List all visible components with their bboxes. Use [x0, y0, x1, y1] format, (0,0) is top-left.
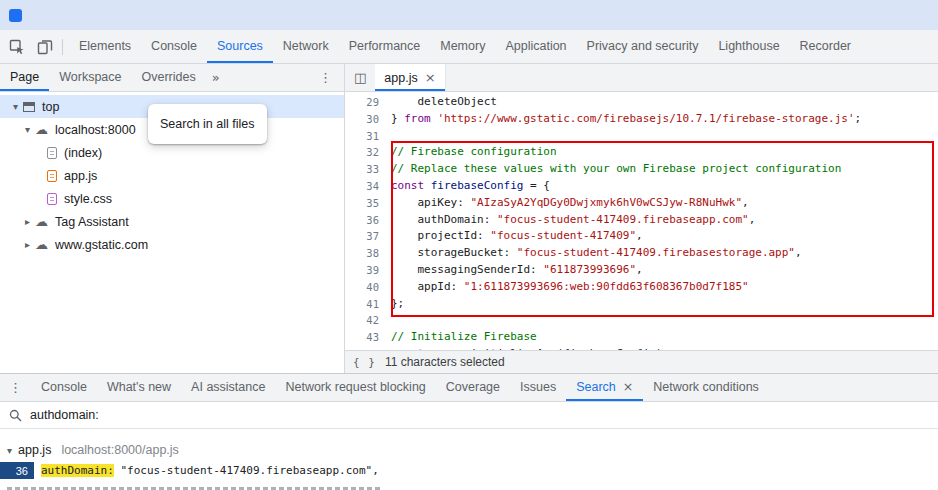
- code-line-38[interactable]: 38 storageBucket: "focus-student-417409.…: [345, 245, 938, 262]
- line-number[interactable]: 30: [345, 111, 391, 128]
- file-css-icon: [47, 193, 57, 205]
- frame-icon: [23, 102, 35, 112]
- navigator-tab-page[interactable]: Page: [0, 64, 49, 91]
- search-results: ▾ app.js localhost:8000/app.js 36 authDo…: [0, 429, 938, 490]
- result-match-text: authDomain: "focus-student-417409.fireba…: [34, 464, 379, 477]
- code-line-37[interactable]: 37 projectId: "focus-student-417409",: [345, 228, 938, 245]
- line-number[interactable]: 40: [345, 279, 391, 296]
- code-text: authDomain: "focus-student-417409.fireba…: [391, 212, 755, 229]
- code-text: const app = initializeApp(firebaseConfig…: [391, 346, 669, 350]
- close-tab-icon[interactable]: ×: [425, 70, 436, 85]
- code-line-42[interactable]: 42: [345, 312, 938, 329]
- panel-tab-application[interactable]: Application: [495, 30, 576, 63]
- tree-item-www-gstatic-com[interactable]: ▸☁www.gstatic.com: [0, 233, 344, 256]
- navigator-menu-icon[interactable]: ⋮: [307, 64, 344, 91]
- tree-item-index[interactable]: (index): [0, 141, 344, 164]
- search-result-file[interactable]: ▾ app.js localhost:8000/app.js: [0, 440, 938, 460]
- panel-tab-recorder[interactable]: Recorder: [790, 30, 861, 63]
- device-toolbar-button[interactable]: [31, 33, 59, 60]
- editor-tab-appjs[interactable]: app.js ×: [375, 64, 445, 91]
- tree-item-tag-assistant[interactable]: ▸☁Tag Assistant: [0, 210, 344, 233]
- code-editor[interactable]: 29 deleteObject30} from 'https://www.gst…: [345, 92, 938, 350]
- drawer-tab-what-s-new[interactable]: What's new: [97, 374, 181, 401]
- code-line-41[interactable]: 41};: [345, 296, 938, 313]
- line-number[interactable]: 34: [345, 178, 391, 195]
- code-line-32[interactable]: 32// Firebase configuration: [345, 144, 938, 161]
- search-in-all-files-tooltip: Search in all files: [148, 104, 267, 144]
- drawer-tab-coverage[interactable]: Coverage: [436, 374, 510, 401]
- code-line-40[interactable]: 40 appId: "1:611873993696:web:90fdd63f60…: [345, 279, 938, 296]
- code-text: storageBucket: "focus-student-417409.fir…: [391, 245, 802, 262]
- drawer-menu-icon[interactable]: ⋮: [0, 374, 31, 401]
- navigator-tab-overrides[interactable]: Overrides: [132, 64, 206, 91]
- drawer-tab-ai-assistance[interactable]: AI assistance: [181, 374, 275, 401]
- line-number[interactable]: 41: [345, 296, 391, 313]
- line-number[interactable]: 32: [345, 144, 391, 161]
- tree-item-label: Tag Assistant: [55, 215, 129, 229]
- line-number[interactable]: 38: [345, 245, 391, 262]
- tree-item-style-css[interactable]: style.css: [0, 187, 344, 210]
- selection-status: 11 characters selected: [385, 355, 505, 369]
- more-tabs-icon[interactable]: »: [206, 64, 226, 91]
- drawer-tab-network-request-blocking[interactable]: Network request blocking: [275, 374, 435, 401]
- panel-tab-network[interactable]: Network: [273, 30, 339, 63]
- code-line-33[interactable]: 33// Replace these values with your own …: [345, 161, 938, 178]
- match-after: "focus-student-417409.firebaseapp.com",: [114, 464, 379, 477]
- tree-item-label: app.js: [64, 169, 97, 183]
- drawer-tab-label: Console: [41, 380, 87, 394]
- inspect-element-button[interactable]: [3, 33, 31, 60]
- code-text: const firebaseConfig = {: [391, 178, 550, 195]
- line-number[interactable]: 29: [345, 94, 391, 111]
- drawer-tab-search[interactable]: Search×: [566, 374, 643, 401]
- panel-tab-performance[interactable]: Performance: [339, 30, 431, 63]
- code-line-31[interactable]: 31: [345, 128, 938, 145]
- result-line-number: 36: [0, 462, 34, 479]
- line-number[interactable]: 31: [345, 128, 391, 145]
- code-text: messagingSenderId: "611873993696",: [391, 262, 643, 279]
- drawer-tab-network-conditions[interactable]: Network conditions: [643, 374, 769, 401]
- panel-tab-memory[interactable]: Memory: [430, 30, 495, 63]
- code-line-43[interactable]: 43// Initialize Firebase: [345, 329, 938, 346]
- close-search-icon[interactable]: ×: [623, 379, 633, 394]
- toggle-navigator-icon[interactable]: ◫: [345, 64, 375, 91]
- code-line-36[interactable]: 36 authDomain: "focus-student-417409.fir…: [345, 212, 938, 229]
- devtools-panel-tabs: ElementsConsoleSourcesNetworkPerformance…: [69, 30, 861, 63]
- panel-tab-privacy-and-security[interactable]: Privacy and security: [577, 30, 709, 63]
- drawer-tab-label: Network conditions: [653, 380, 759, 394]
- line-number[interactable]: 43: [345, 329, 391, 346]
- navigator-tab-workspace[interactable]: Workspace: [49, 64, 131, 91]
- tree-item-app-js[interactable]: app.js: [0, 164, 344, 187]
- match-highlight: authDomain:: [41, 464, 114, 477]
- drawer-tab-label: Search: [576, 380, 616, 394]
- toolbar-icons: [0, 30, 69, 63]
- line-number[interactable]: 37: [345, 228, 391, 245]
- line-number[interactable]: 33: [345, 161, 391, 178]
- inspect-cursor-icon: [9, 39, 25, 55]
- panel-tab-console[interactable]: Console: [141, 30, 207, 63]
- panel-tab-elements[interactable]: Elements: [69, 30, 141, 63]
- drawer-tab-issues[interactable]: Issues: [510, 374, 566, 401]
- search-input[interactable]: authdomain:: [0, 402, 938, 429]
- window-top-strip: [0, 0, 938, 30]
- panel-tab-lighthouse[interactable]: Lighthouse: [708, 30, 789, 63]
- code-line-34[interactable]: 34const firebaseConfig = {: [345, 178, 938, 195]
- line-number[interactable]: 44: [345, 346, 391, 350]
- line-number[interactable]: 42: [345, 312, 391, 329]
- tree-item-label: style.css: [64, 192, 112, 206]
- app-icon: [9, 9, 22, 22]
- line-number[interactable]: 36: [345, 212, 391, 229]
- code-line-29[interactable]: 29 deleteObject: [345, 94, 938, 111]
- panel-tab-sources[interactable]: Sources: [207, 30, 273, 63]
- editor-tabbar: ◫ app.js ×: [345, 64, 938, 91]
- search-result-match[interactable]: 36 authDomain: "focus-student-417409.fir…: [0, 462, 938, 479]
- code-line-35[interactable]: 35 apiKey: "AIzaSyA2YqDGy0Dwjxmyk6hV0wCS…: [345, 195, 938, 212]
- result-file-name: app.js: [18, 443, 51, 457]
- line-number[interactable]: 35: [345, 195, 391, 212]
- editor-column: 29 deleteObject30} from 'https://www.gst…: [345, 92, 938, 373]
- code-line-39[interactable]: 39 messagingSenderId: "611873993696",: [345, 262, 938, 279]
- code-line-30[interactable]: 30} from 'https://www.gstatic.com/fireba…: [345, 111, 938, 128]
- drawer-tab-console[interactable]: Console: [31, 374, 97, 401]
- code-line-44[interactable]: 44const app = initializeApp(firebaseConf…: [345, 346, 938, 350]
- line-number[interactable]: 39: [345, 262, 391, 279]
- pretty-print-button[interactable]: { }: [353, 356, 376, 369]
